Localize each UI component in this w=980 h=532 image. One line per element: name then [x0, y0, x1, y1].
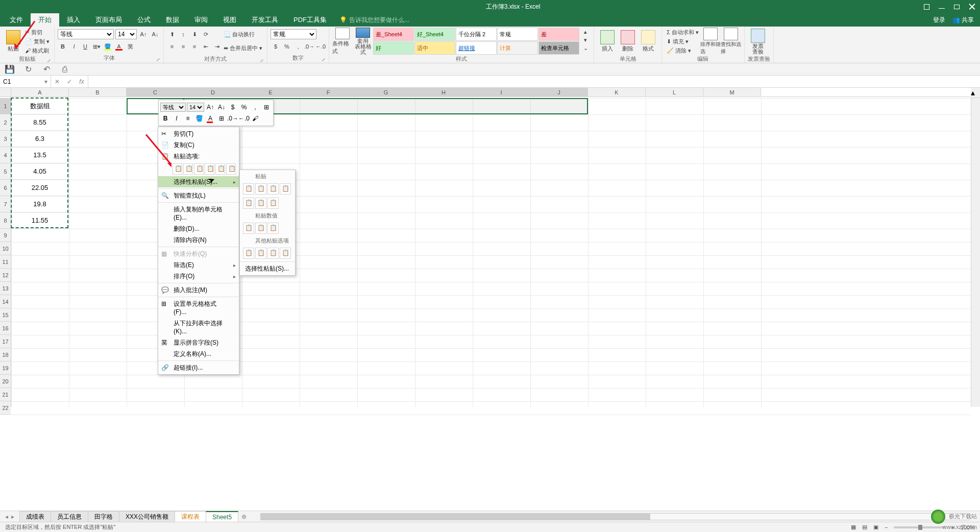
- mini-font-color-icon[interactable]: A: [205, 113, 215, 124]
- mini-increase-font-icon[interactable]: A↑: [205, 102, 215, 112]
- ctx-smart-lookup[interactable]: 🔍智能查找(L): [158, 190, 239, 201]
- row-header-6[interactable]: 6: [0, 180, 11, 196]
- mini-font-size[interactable]: 14: [187, 103, 204, 112]
- cell-A2[interactable]: 8.55: [11, 114, 69, 131]
- paste-keep-source-fmt-icon[interactable]: [280, 183, 291, 195]
- mini-currency-icon[interactable]: $: [228, 102, 238, 112]
- paste-option-transpose-icon[interactable]: [205, 163, 214, 175]
- row-header-5[interactable]: 5: [0, 163, 11, 180]
- mini-percent-icon[interactable]: %: [239, 102, 249, 112]
- percent-icon[interactable]: %: [282, 41, 292, 52]
- style-cell-4[interactable]: 差: [538, 28, 579, 41]
- ctx-delete[interactable]: 删除(D)...: [158, 223, 239, 234]
- row-header-16[interactable]: 16: [0, 322, 11, 335]
- ribbon-display-options-icon[interactable]: [924, 4, 929, 10]
- col-header-C[interactable]: C: [127, 88, 184, 96]
- row-header-22[interactable]: 22: [0, 401, 11, 415]
- print-icon[interactable]: ⎙: [60, 65, 69, 74]
- formula-input[interactable]: [88, 76, 980, 87]
- cell-styles-gallery[interactable]: 差_Sheet4好_Sheet4千位分隔 2常规差好适中超链接计算检查单元格: [373, 28, 579, 55]
- styles-scroll-down-icon[interactable]: ▾: [580, 36, 591, 44]
- styles-scroll-up-icon[interactable]: ▴: [580, 28, 591, 36]
- view-page-layout-icon[interactable]: ▤: [862, 524, 867, 530]
- submenu-paste-special-dialog[interactable]: 选择性粘贴(S)...: [240, 263, 311, 274]
- view-normal-icon[interactable]: ▦: [851, 524, 856, 530]
- number-format-select[interactable]: 常规: [271, 29, 316, 39]
- ctx-filter[interactable]: 筛选(E)▸: [158, 259, 239, 271]
- minimize-icon[interactable]: [939, 8, 945, 9]
- style-cell-0[interactable]: 差_Sheet4: [373, 28, 414, 41]
- format-painter-button[interactable]: 🖌 格式刷: [25, 46, 50, 55]
- ctx-hyperlink[interactable]: 🔗超链接(I)...: [158, 362, 239, 373]
- paste-transpose-icon[interactable]: [267, 198, 279, 209]
- paste-values-sourcefmt-icon[interactable]: [267, 223, 279, 234]
- vscroll-up-icon[interactable]: ▴: [971, 88, 980, 98]
- tab-page-layout[interactable]: 页面布局: [88, 13, 130, 27]
- cancel-formula-icon[interactable]: ✕: [51, 78, 63, 85]
- find-select-button[interactable]: 查找和选择: [721, 28, 741, 55]
- align-right-icon[interactable]: ≡: [189, 41, 200, 52]
- ctx-clear-contents[interactable]: 清除内容(N): [158, 234, 239, 246]
- chevron-down-icon[interactable]: ▾: [44, 78, 47, 85]
- increase-indent-icon[interactable]: ⇥: [212, 41, 222, 52]
- ctx-define-name[interactable]: 定义名称(A)...: [158, 348, 239, 359]
- font-launcher-icon[interactable]: ⤢: [156, 57, 160, 62]
- sheet-nav-first-icon[interactable]: ◂: [5, 513, 8, 520]
- tell-me-search[interactable]: 💡 告诉我您想要做什么...: [339, 13, 409, 27]
- fx-icon[interactable]: fx: [76, 78, 88, 85]
- share-button[interactable]: 👥 共享: [952, 16, 974, 25]
- currency-icon[interactable]: $: [271, 41, 281, 52]
- increase-decimal-icon[interactable]: .0→: [304, 41, 314, 52]
- clear-button[interactable]: 🧹 清除 ▾: [667, 46, 699, 55]
- cell-A5[interactable]: 4.05: [11, 163, 69, 180]
- row-header-9[interactable]: 9: [0, 229, 11, 242]
- name-box[interactable]: C1▾: [0, 76, 51, 87]
- insert-cells-button[interactable]: 插入: [597, 28, 618, 55]
- ctx-paste-special[interactable]: 选择性粘贴(S)...▸: [158, 176, 239, 187]
- decrease-font-icon[interactable]: A↓: [150, 29, 160, 39]
- comma-icon[interactable]: ,: [293, 41, 303, 52]
- sheet-tab-3[interactable]: XXX公司销售额: [119, 511, 175, 522]
- col-header-L[interactable]: L: [646, 88, 703, 96]
- row-header-10[interactable]: 10: [0, 242, 11, 255]
- login-link[interactable]: 登录: [933, 16, 945, 25]
- style-cell-3[interactable]: 常规: [497, 28, 538, 41]
- cell-A7[interactable]: 19.8: [11, 196, 69, 212]
- increase-font-icon[interactable]: A↑: [138, 29, 149, 39]
- font-size-select[interactable]: 14: [115, 29, 137, 39]
- invoice-check-button[interactable]: 发票 查验: [748, 28, 768, 55]
- ctx-insert-copied[interactable]: 插入复制的单元格(E)...: [158, 204, 239, 223]
- col-header-H[interactable]: H: [415, 88, 473, 96]
- underline-button[interactable]: U: [80, 41, 90, 52]
- col-header-I[interactable]: I: [473, 88, 530, 96]
- row-header-4[interactable]: 4: [0, 147, 11, 163]
- ctx-pick-from-dropdown[interactable]: 从下拉列表中选择(K)...: [158, 318, 239, 337]
- paste-formatting-icon[interactable]: [243, 248, 254, 259]
- undo-icon[interactable]: ↶: [42, 65, 51, 74]
- row-headers[interactable]: 12345678910111213141516171819202122: [0, 98, 11, 407]
- col-header-K[interactable]: K: [588, 88, 646, 96]
- italic-button[interactable]: I: [69, 41, 79, 52]
- paste-option-values-icon[interactable]: [183, 163, 193, 175]
- ctx-insert-comment[interactable]: 💬插入批注(M): [158, 284, 239, 296]
- mini-align-icon[interactable]: ≡: [183, 113, 193, 124]
- ctx-format-cells[interactable]: ⊞设置单元格格式(F)...: [158, 298, 239, 318]
- alignment-launcher-icon[interactable]: ⤢: [260, 58, 264, 63]
- align-middle-icon[interactable]: ↕: [178, 29, 188, 39]
- cut-button[interactable]: ✂ 剪切: [25, 28, 50, 37]
- align-bottom-icon[interactable]: ⬇: [189, 29, 200, 39]
- tab-home[interactable]: 开始: [31, 13, 59, 27]
- sheet-tab-1[interactable]: 员工信息: [51, 511, 88, 522]
- row-header-21[interactable]: 21: [0, 388, 11, 401]
- tab-pdf-tools[interactable]: PDF工具集: [286, 13, 334, 27]
- cells-grid[interactable]: 数据组8.556.313.54.0522.0519.811.55: [11, 98, 971, 407]
- border-button[interactable]: ⊞▾: [91, 41, 102, 52]
- row-header-2[interactable]: 2: [0, 114, 11, 131]
- row-header-18[interactable]: 18: [0, 348, 11, 361]
- ctx-cut[interactable]: ✂剪切(T): [158, 128, 239, 139]
- paste-option-formulas-icon[interactable]: [194, 163, 204, 175]
- sheet-tab-5[interactable]: Sheet5: [206, 511, 238, 522]
- merge-center-button[interactable]: ⬌ 合并后居中 ▾: [224, 44, 262, 53]
- font-name-select[interactable]: 等线: [58, 29, 114, 39]
- format-as-table-button[interactable]: 套用 表格格式: [353, 28, 373, 55]
